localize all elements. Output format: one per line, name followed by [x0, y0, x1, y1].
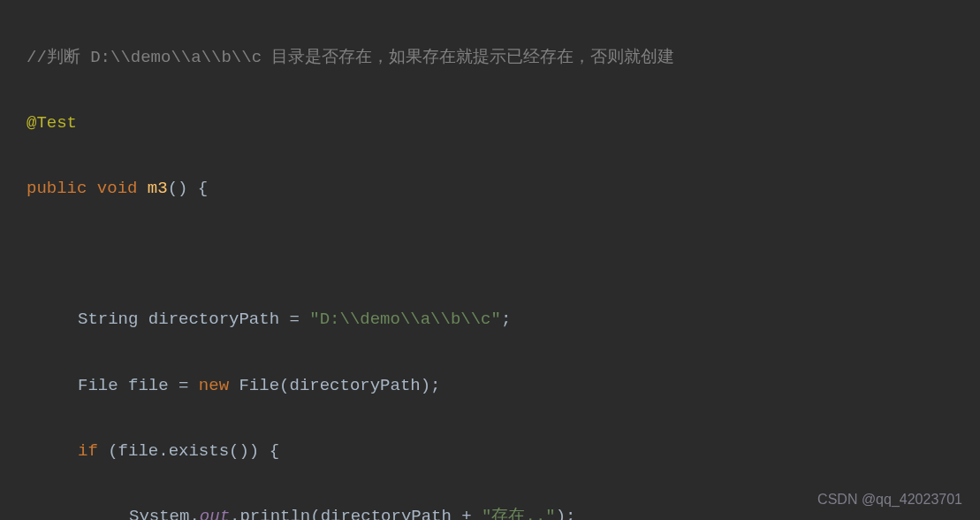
code-line: //判断 D:\\demo\\a\\b\\c 目录是否存在，如果存在就提示已经存… — [27, 42, 980, 74]
code-line: @Test — [27, 107, 980, 140]
operator: = — [279, 310, 309, 329]
code-line: File file = new File(directoryPath); — [27, 370, 980, 402]
type: File — [78, 376, 118, 395]
keyword: public — [27, 179, 87, 198]
code-text: System. — [129, 507, 200, 520]
comment: //判断 D:\\demo\\a\\b\\c 目录是否存在，如果存在就提示已经存… — [27, 48, 674, 67]
method-name: m3 — [148, 179, 168, 198]
code-text: .println(directoryPath + — [230, 507, 482, 520]
operator: = — [169, 376, 199, 395]
keyword: void — [97, 179, 138, 198]
code-line — [27, 238, 980, 271]
string-literal: "存在.." — [482, 507, 556, 520]
static-field: out — [200, 507, 230, 520]
code-line: public void m3() { — [27, 172, 980, 205]
keyword: new — [199, 376, 229, 395]
semicolon: ; — [501, 310, 511, 329]
string-literal: "D:\\demo\\a\\b\\c" — [309, 310, 501, 329]
keyword: if — [78, 441, 98, 461]
code-text: (file.exists()) { — [98, 441, 279, 461]
code-text: ); — [556, 507, 576, 520]
code-line: if (file.exists()) { — [27, 435, 980, 468]
annotation: @Test — [27, 113, 77, 133]
code-editor[interactable]: //判断 D:\\demo\\a\\b\\c 目录是否存在，如果存在就提示已经存… — [0, 9, 980, 520]
identifier: file — [128, 376, 169, 395]
code-text: () { — [168, 179, 209, 198]
type: String — [78, 310, 138, 329]
code-text: File(directoryPath) — [229, 376, 430, 395]
identifier: directoryPath — [148, 310, 279, 329]
watermark: CSDN @qq_42023701 — [817, 486, 962, 513]
code-line: String directoryPath = "D:\\demo\\a\\b\\… — [27, 303, 980, 336]
semicolon: ; — [430, 376, 440, 395]
